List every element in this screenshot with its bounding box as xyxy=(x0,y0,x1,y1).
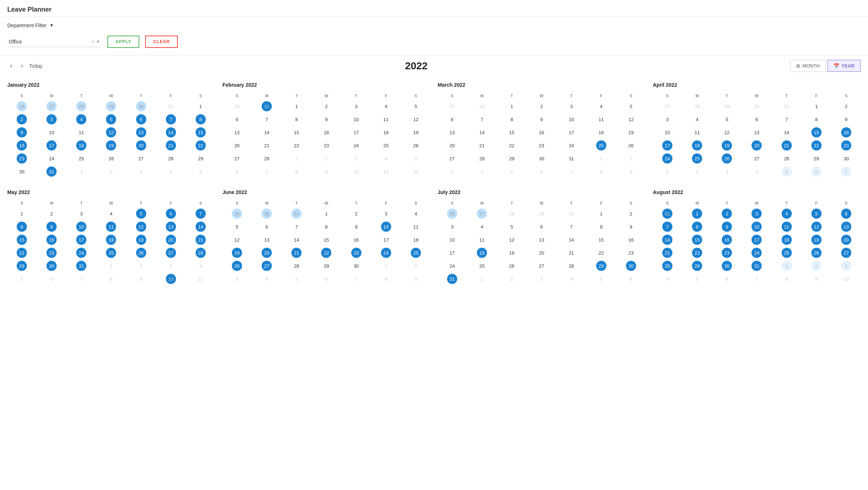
calendar-day[interactable]: 7 xyxy=(342,273,371,285)
next-arrow[interactable]: › xyxy=(18,61,26,71)
calendar-day[interactable]: 7 xyxy=(186,207,215,220)
calendar-day[interactable]: 29 xyxy=(802,152,831,165)
calendar-day[interactable]: 10 xyxy=(653,126,682,139)
calendar-day[interactable]: 29 xyxy=(712,100,741,112)
year-view-button[interactable]: 📅 YEAR xyxy=(827,60,861,72)
calendar-day[interactable]: 7 xyxy=(653,221,682,233)
calendar-day[interactable]: 4 xyxy=(186,260,215,272)
calendar-day[interactable]: 5 xyxy=(401,100,430,112)
calendar-day[interactable]: 25 xyxy=(97,247,126,259)
calendar-day[interactable]: 31 xyxy=(156,100,185,112)
calendar-day[interactable]: 7 xyxy=(282,221,311,233)
calendar-day[interactable]: 11 xyxy=(683,126,712,139)
calendar-day[interactable]: 31 xyxy=(653,207,682,220)
calendar-day[interactable]: 9 xyxy=(312,113,341,125)
calendar-day[interactable]: 12 xyxy=(127,221,156,233)
calendar-day[interactable]: 25 xyxy=(467,260,496,272)
calendar-day[interactable]: 11 xyxy=(467,234,496,246)
calendar-day[interactable]: 12 xyxy=(401,165,430,178)
calendar-day[interactable]: 5 xyxy=(617,100,646,112)
calendar-day[interactable]: 12 xyxy=(802,221,831,233)
calendar-day[interactable]: 13 xyxy=(527,234,556,246)
calendar-day[interactable]: 19 xyxy=(497,247,526,259)
calendar-day[interactable]: 23 xyxy=(37,247,66,259)
calendar-day[interactable]: 25 xyxy=(587,139,616,152)
calendar-day[interactable]: 18 xyxy=(97,234,126,246)
calendar-day[interactable]: 11 xyxy=(587,113,616,125)
calendar-day[interactable]: 8 xyxy=(683,221,712,233)
calendar-day[interactable]: 30 xyxy=(7,165,36,178)
calendar-day[interactable]: 6 xyxy=(156,207,185,220)
calendar-day[interactable]: 27 xyxy=(742,152,771,165)
calendar-day[interactable]: 4 xyxy=(467,221,496,233)
calendar-day[interactable]: 15 xyxy=(282,126,311,139)
calendar-day[interactable]: 30 xyxy=(127,100,156,112)
calendar-day[interactable]: 8 xyxy=(497,113,526,125)
calendar-day[interactable]: 5 xyxy=(97,113,126,125)
calendar-day[interactable]: 3 xyxy=(127,165,156,178)
calendar-day[interactable]: 3 xyxy=(438,221,467,233)
calendar-day[interactable]: 2 xyxy=(312,152,341,165)
calendar-day[interactable]: 9 xyxy=(342,221,371,233)
calendar-day[interactable]: 24 xyxy=(438,260,467,272)
calendar-day[interactable]: 5 xyxy=(802,207,831,220)
calendar-day[interactable]: 6 xyxy=(617,273,646,285)
calendar-day[interactable]: 22 xyxy=(282,139,311,152)
calendar-day[interactable]: 26 xyxy=(617,139,646,152)
calendar-day[interactable]: 13 xyxy=(832,221,861,233)
calendar-day[interactable]: 17 xyxy=(372,234,401,246)
calendar-day[interactable]: 20 xyxy=(832,234,861,246)
calendar-day[interactable]: 10 xyxy=(37,126,66,139)
calendar-day[interactable]: 9 xyxy=(7,126,36,139)
prev-arrow[interactable]: ‹ xyxy=(7,61,15,71)
calendar-day[interactable]: 7 xyxy=(252,165,281,178)
calendar-day[interactable]: 26 xyxy=(438,207,467,220)
calendar-day[interactable]: 14 xyxy=(653,234,682,246)
calendar-day[interactable]: 17 xyxy=(342,126,371,139)
calendar-day[interactable]: 18 xyxy=(401,234,430,246)
calendar-day[interactable]: 24 xyxy=(653,152,682,165)
calendar-day[interactable]: 27 xyxy=(832,247,861,259)
calendar-day[interactable]: 12 xyxy=(401,113,430,125)
calendar-day[interactable]: 10 xyxy=(742,221,771,233)
calendar-day[interactable]: 9 xyxy=(312,165,341,178)
calendar-day[interactable]: 7 xyxy=(467,113,496,125)
calendar-day[interactable]: 13 xyxy=(127,126,156,139)
calendar-day[interactable]: 20 xyxy=(527,247,556,259)
calendar-day[interactable]: 2 xyxy=(617,207,646,220)
calendar-day[interactable]: 6 xyxy=(438,113,467,125)
calendar-day[interactable]: 3 xyxy=(372,207,401,220)
calendar-day[interactable]: 5 xyxy=(127,207,156,220)
calendar-day[interactable]: 6 xyxy=(527,165,556,178)
calendar-day[interactable]: 17 xyxy=(37,139,66,152)
calendar-day[interactable]: 6 xyxy=(37,273,66,285)
calendar-day[interactable]: 31 xyxy=(742,260,771,272)
calendar-day[interactable]: 4 xyxy=(372,152,401,165)
calendar-day[interactable]: 4 xyxy=(587,100,616,112)
calendar-day[interactable]: 9 xyxy=(401,273,430,285)
calendar-day[interactable]: 20 xyxy=(252,247,281,259)
calendar-day[interactable]: 30 xyxy=(342,260,371,272)
calendar-day[interactable]: 15 xyxy=(802,126,831,139)
calendar-day[interactable]: 9 xyxy=(617,165,646,178)
calendar-day[interactable]: 4 xyxy=(252,273,281,285)
calendar-day[interactable]: 19 xyxy=(127,234,156,246)
calendar-day[interactable]: 30 xyxy=(557,207,586,220)
calendar-day[interactable]: 11 xyxy=(97,221,126,233)
calendar-day[interactable]: 29 xyxy=(97,100,126,112)
calendar-day[interactable]: 3 xyxy=(67,207,96,220)
calendar-day[interactable]: 25 xyxy=(401,247,430,259)
calendar-day[interactable]: 21 xyxy=(772,139,801,152)
calendar-day[interactable]: 22 xyxy=(587,247,616,259)
calendar-day[interactable]: 1 xyxy=(683,207,712,220)
calendar-day[interactable]: 3 xyxy=(37,113,66,125)
calendar-day[interactable]: 31 xyxy=(37,165,66,178)
calendar-day[interactable]: 4 xyxy=(742,165,771,178)
calendar-day[interactable]: 21 xyxy=(156,139,185,152)
calendar-day[interactable]: 31 xyxy=(67,260,96,272)
dept-select[interactable]: Office xyxy=(7,37,102,47)
calendar-day[interactable]: 29 xyxy=(7,260,36,272)
calendar-day[interactable]: 1 xyxy=(802,100,831,112)
calendar-day[interactable]: 17 xyxy=(557,126,586,139)
calendar-day[interactable]: 19 xyxy=(97,139,126,152)
